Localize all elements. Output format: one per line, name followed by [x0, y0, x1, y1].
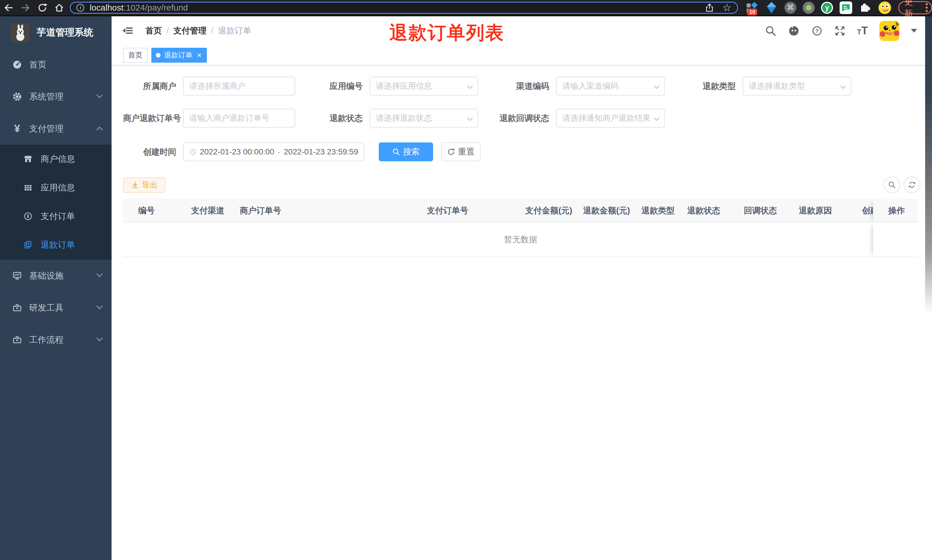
export-button-label: 导出	[142, 180, 157, 190]
refund-status-select[interactable]: 请选择退款状态	[370, 109, 478, 128]
column-header: 支付渠道	[191, 199, 224, 223]
search-icon	[765, 25, 777, 37]
table-empty-row: 暂无数据	[123, 223, 918, 257]
browser-reload-button[interactable]	[34, 1, 51, 15]
column-header: 支付金额(元)	[525, 199, 572, 223]
sidebar-logo[interactable]: 芋道管理系统	[0, 16, 112, 49]
avatar-caret-icon[interactable]	[911, 29, 917, 32]
extension-chat-icon[interactable]	[839, 1, 852, 14]
reset-button[interactable]: 重置	[441, 142, 481, 161]
tab-label: 首页	[128, 50, 143, 60]
tab-home[interactable]: 首页	[123, 48, 148, 63]
tab-close-icon[interactable]	[197, 52, 202, 58]
chevron-down-icon	[654, 83, 659, 89]
browser-home-button[interactable]	[51, 1, 68, 15]
date-end-value[interactable]: 2022-01-23 23:59:59	[284, 147, 358, 157]
fullscreen-button[interactable]	[834, 25, 846, 37]
fixed-operation-column-cell	[873, 223, 918, 257]
sidebar-item-refund-order[interactable]: 退款订单	[0, 231, 112, 259]
user-avatar[interactable]	[880, 21, 900, 41]
sidebar-item-pay-order[interactable]: ¥ 支付订单	[0, 202, 112, 231]
sidebar-item-merchant-info[interactable]: 商户信息	[0, 145, 112, 173]
browser-back-button[interactable]	[0, 1, 17, 15]
question-icon: ?	[811, 25, 823, 37]
sidebar-item-system[interactable]: 系统管理	[0, 81, 112, 113]
filter-merchant: 所属商户	[123, 77, 309, 95]
merchant-input[interactable]	[189, 82, 289, 91]
chevron-up-icon	[96, 127, 103, 133]
channel-select[interactable]: 请输入渠道编码	[556, 77, 665, 95]
table-search-toggle-button[interactable]	[884, 177, 900, 193]
fold-icon	[122, 25, 133, 36]
sidebar-item-label: 退款订单	[41, 239, 75, 251]
extension-kite-icon[interactable]	[765, 1, 778, 14]
sidebar-item-pay[interactable]: ¥ 支付管理	[0, 113, 112, 145]
bookmark-star-icon[interactable]: ☆	[722, 3, 732, 13]
merchant-refund-no-input[interactable]	[189, 114, 289, 123]
sidebar-item-dev-tools[interactable]: 研发工具	[0, 292, 112, 324]
refund-order-icon	[22, 240, 34, 249]
font-size-button[interactable]: TT	[857, 25, 868, 37]
extension-green-dot-icon[interactable]	[803, 2, 815, 14]
sidebar-item-label: 系统管理	[29, 91, 63, 103]
sidebar-item-app-info[interactable]: 应用信息	[0, 173, 112, 202]
tab-refund-order[interactable]: 退款订单	[151, 48, 207, 63]
filter-refund-status: 退款状态 请选择退款状态	[309, 109, 496, 128]
browser-forward-button[interactable]	[17, 1, 34, 15]
table-refresh-button[interactable]	[904, 177, 920, 193]
browser-menu-dots-icon[interactable]	[926, 3, 928, 12]
fixed-operation-column-header: 操作	[873, 199, 918, 223]
column-header: 回调状态	[744, 199, 777, 223]
callback-status-select[interactable]: 请选择通知商户退款结果	[556, 109, 665, 128]
reload-icon	[37, 2, 48, 13]
github-link[interactable]	[788, 25, 800, 37]
search-button[interactable]: 搜索	[379, 142, 433, 161]
column-header: 支付订单号	[427, 199, 468, 223]
export-button[interactable]: 导出	[123, 177, 165, 193]
sidebar-collapse-button[interactable]	[122, 25, 133, 37]
app-select[interactable]: 请选择应用信息	[370, 77, 478, 95]
select-placeholder: 请选择通知商户退款结果	[562, 113, 651, 123]
share-icon[interactable]	[704, 3, 714, 12]
select-placeholder: 请选择应用信息	[376, 81, 432, 92]
reset-button-label: 重置	[458, 146, 475, 158]
search-icon	[392, 148, 400, 156]
grid-icon	[22, 183, 34, 192]
merchant-select[interactable]	[183, 77, 295, 95]
page-header: 首页 / 支付管理 / 退款订单 退款订单列表 ? TT	[112, 16, 932, 45]
gear-icon	[11, 92, 23, 102]
refund-type-select[interactable]: 请选择退款类型	[743, 77, 851, 95]
breadcrumb-pay[interactable]: 支付管理	[173, 25, 206, 37]
sidebar-item-workflow[interactable]: 工作流程	[0, 324, 112, 356]
filter-label: 应用编号	[309, 77, 370, 95]
browser-update-button[interactable]: 更新	[898, 1, 932, 14]
url-text[interactable]: localhost:1024/pay/refund	[89, 3, 188, 12]
filter-channel: 渠道编码 请输入渠道编码	[496, 77, 683, 95]
date-start-value[interactable]: 2022-01-23 00:00:00	[200, 147, 274, 157]
extension-y-icon[interactable]	[821, 2, 833, 14]
create-time-range-picker[interactable]: 2022-01-23 00:00:00 - 2022-01-23 23:59:5…	[183, 142, 364, 161]
yen-icon: ¥	[11, 123, 23, 135]
extension-tabs-icon[interactable]: 10	[746, 1, 759, 14]
filter-row-2: 商户退款订单号 退款状态 请选择退款状态 退款回调状态 请选择通知商户退款结果	[123, 109, 683, 128]
breadcrumb-home[interactable]: 首页	[145, 25, 162, 37]
dashboard-icon	[11, 60, 23, 69]
page-scrollbar[interactable]	[925, 16, 932, 314]
profile-emoji-icon[interactable]	[878, 1, 891, 14]
toolbox-icon	[11, 303, 23, 312]
merchant-refund-no-input-box[interactable]	[183, 109, 295, 128]
extension-command-icon[interactable]: ⌘	[784, 2, 797, 14]
sidebar-item-home[interactable]: 首页	[0, 49, 112, 81]
filter-create-time: 创建时间 2022-01-23 00:00:00 - 2022-01-23 23…	[123, 142, 364, 161]
puzzle-icon	[859, 2, 871, 14]
site-info-icon[interactable]: i	[76, 4, 85, 12]
header-search-button[interactable]	[765, 25, 777, 37]
help-button[interactable]: ?	[811, 25, 823, 37]
extensions-row: 10 ⌘	[746, 1, 891, 14]
chevron-down-icon	[840, 83, 846, 89]
sidebar-item-label: 研发工具	[29, 302, 63, 314]
sidebar-item-infra[interactable]: 基础设施	[0, 260, 112, 292]
chevron-down-icon	[96, 271, 103, 277]
address-bar[interactable]: i localhost:1024/pay/refund ☆	[70, 2, 738, 14]
extensions-puzzle-icon[interactable]	[859, 1, 872, 14]
